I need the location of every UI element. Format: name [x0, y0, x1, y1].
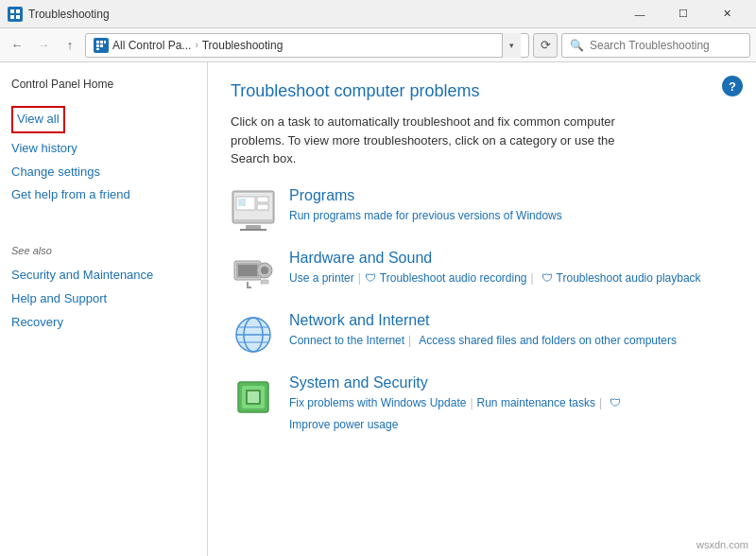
system-icon [231, 374, 276, 420]
sidebar-recovery[interactable]: Recovery [11, 311, 196, 335]
svg-rect-0 [10, 9, 14, 13]
category-programs: Programs Run programs made for previous … [231, 187, 733, 233]
hardware-link-1[interactable]: Use a printer [289, 269, 354, 287]
see-also-title: See also [11, 245, 196, 256]
hardware-icon [231, 250, 276, 295]
refresh-button[interactable]: ⟳ [533, 33, 558, 58]
network-links: Connect to the Internet | Access shared … [289, 332, 733, 350]
title-bar: Troubleshooting — ☐ ✕ [0, 0, 756, 28]
search-input[interactable] [590, 39, 742, 52]
hardware-link-2[interactable]: Troubleshoot audio recording [380, 269, 527, 287]
svg-rect-14 [257, 197, 268, 202]
sidebar-change-settings[interactable]: Change settings [11, 161, 196, 184]
address-icon [94, 38, 109, 53]
system-link-1[interactable]: Fix problems with Windows Update [289, 394, 466, 412]
svg-rect-15 [257, 204, 268, 210]
page-description: Click on a task to automatically trouble… [231, 113, 646, 168]
address-text: All Control Pa... › Troubleshooting [112, 39, 283, 52]
category-hardware: Hardware and Sound Use a printer | 🛡 Tro… [231, 250, 733, 295]
page-title: Troubleshoot computer problems [231, 81, 733, 101]
network-link-2[interactable]: Access shared files and folders on other… [419, 332, 677, 350]
hardware-link-3[interactable]: Troubleshoot audio playback [557, 269, 701, 287]
close-button[interactable]: ✕ [705, 0, 748, 28]
category-system: System and Security Fix problems with Wi… [231, 374, 733, 434]
hardware-links: Use a printer | 🛡 Troubleshoot audio rec… [289, 269, 733, 287]
hardware-title[interactable]: Hardware and Sound [289, 250, 733, 267]
programs-title[interactable]: Programs [289, 187, 733, 204]
content-area: ? Troubleshoot computer problems Click o… [208, 62, 756, 556]
category-network: Network and Internet Connect to the Inte… [231, 312, 733, 357]
programs-icon [231, 187, 276, 233]
svg-rect-6 [104, 41, 106, 43]
system-link-3[interactable]: Improve power usage [289, 416, 398, 434]
shield-icon-1: 🛡 [365, 269, 376, 287]
system-link-2[interactable]: Run maintenance tasks [477, 394, 595, 412]
address-bar: ← → ↑ All Control Pa... › Troubleshootin… [0, 28, 756, 62]
network-title[interactable]: Network and Internet [289, 312, 733, 329]
svg-rect-4 [96, 41, 99, 43]
programs-links: Run programs made for previous versions … [289, 207, 733, 225]
svg-point-22 [261, 267, 268, 274]
shield-icon-2: 🛡 [541, 269, 553, 287]
network-icon [231, 312, 276, 357]
svg-rect-1 [16, 9, 20, 13]
see-also-section: See also Security and Maintenance Help a… [11, 245, 196, 334]
hardware-info: Hardware and Sound Use a printer | 🛡 Tro… [289, 250, 733, 287]
window-title: Troubleshooting [28, 8, 110, 21]
forward-button[interactable]: → [32, 34, 55, 57]
up-button[interactable]: ↑ [59, 34, 81, 57]
svg-rect-3 [16, 15, 20, 19]
search-icon: 🔍 [570, 39, 584, 52]
main-area: Control Panel Home View all View history… [0, 62, 756, 556]
network-info: Network and Internet Connect to the Inte… [289, 312, 733, 350]
sidebar: Control Panel Home View all View history… [0, 62, 208, 556]
svg-rect-5 [100, 41, 103, 43]
address-dropdown[interactable]: ▾ [502, 33, 521, 58]
svg-rect-16 [246, 225, 261, 229]
sidebar-home[interactable]: Control Panel Home [11, 78, 196, 91]
programs-info: Programs Run programs made for previous … [289, 187, 733, 225]
svg-rect-9 [96, 48, 99, 50]
search-box[interactable]: 🔍 [561, 33, 750, 58]
sidebar-get-help[interactable]: Get help from a friend [11, 183, 196, 207]
maximize-button[interactable]: ☐ [662, 0, 705, 28]
svg-rect-13 [238, 199, 246, 206]
sidebar-help-support[interactable]: Help and Support [11, 287, 196, 311]
back-button[interactable]: ← [6, 34, 28, 57]
svg-rect-23 [261, 280, 268, 284]
svg-rect-8 [100, 44, 103, 47]
help-button[interactable]: ? [722, 76, 743, 96]
shield-icon-3: 🛡 [610, 394, 621, 412]
network-link-1[interactable]: Connect to the Internet [289, 332, 404, 350]
svg-rect-32 [248, 391, 259, 403]
system-info: System and Security Fix problems with Wi… [289, 374, 733, 434]
sidebar-view-history[interactable]: View history [11, 137, 196, 161]
svg-rect-7 [96, 44, 99, 47]
sidebar-view-all[interactable]: View all [11, 106, 65, 133]
minimize-button[interactable]: — [618, 0, 662, 28]
svg-rect-2 [10, 15, 14, 19]
window-controls: — ☐ ✕ [618, 0, 748, 28]
system-title[interactable]: System and Security [289, 374, 733, 391]
svg-rect-20 [238, 265, 257, 276]
programs-link-1[interactable]: Run programs made for previous versions … [289, 207, 562, 225]
sidebar-security[interactable]: Security and Maintenance [11, 264, 196, 287]
svg-rect-17 [240, 229, 266, 231]
address-path[interactable]: All Control Pa... › Troubleshooting ▾ [85, 33, 529, 58]
watermark: wsxdn.com [696, 539, 748, 550]
app-icon [8, 7, 23, 22]
system-links: Fix problems with Windows Update | Run m… [289, 394, 733, 434]
